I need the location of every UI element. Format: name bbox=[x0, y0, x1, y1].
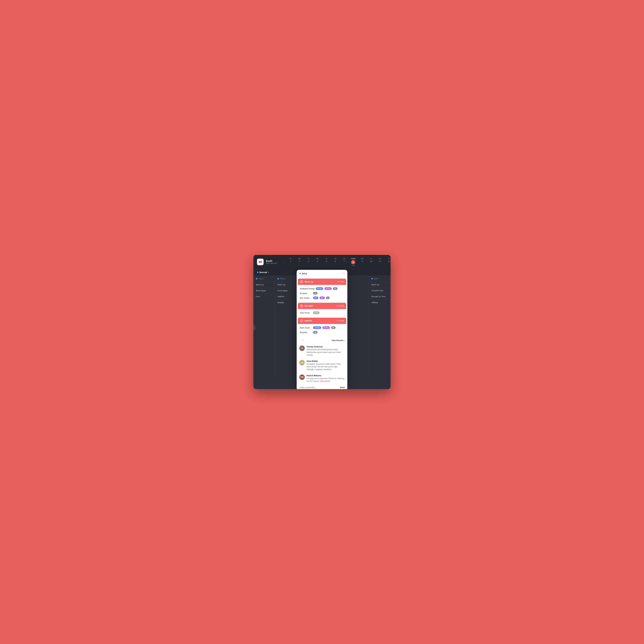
view-results-button[interactable]: View Results › bbox=[332, 339, 345, 342]
calendar-day-4[interactable]: We 4 bbox=[313, 257, 322, 267]
comment-author: Alma Riddle bbox=[306, 360, 345, 362]
comment-author: Tommy Anderson bbox=[306, 346, 345, 348]
view-mode-button[interactable]: Normal ▾ bbox=[257, 271, 269, 274]
view-mode-dot bbox=[257, 272, 258, 273]
cal-day-name: Tu bbox=[370, 258, 372, 260]
send-button[interactable]: Send bbox=[340, 386, 345, 388]
exercise-name: Kettlebell Swings bbox=[300, 288, 315, 290]
list-item: Rounds for Time bbox=[369, 294, 390, 300]
exercise-name: Box Jumps bbox=[300, 297, 312, 299]
calendar-day-10[interactable]: Tu 10 bbox=[367, 257, 376, 267]
calendar-day-3[interactable]: Tu 3 bbox=[304, 257, 313, 267]
gym-location: Salt Lake City bbox=[266, 262, 277, 264]
calendar-day-7[interactable]: Sa 7 bbox=[340, 257, 349, 267]
comment-input[interactable] bbox=[299, 386, 338, 388]
calendar-day-6[interactable]: Fr 6 bbox=[331, 257, 340, 267]
strength-title-row: ✓ Strength bbox=[300, 304, 313, 308]
comment-text: You guys are so awesome. Thanks for chee… bbox=[306, 377, 345, 383]
chevron-right-icon: › bbox=[344, 339, 345, 342]
calendar-day-5[interactable]: Th 5 bbox=[322, 257, 331, 267]
warmup-body: Kettlebell Swings 53 lbs 35 lbs 10 Burpe… bbox=[298, 285, 346, 302]
dot-sat7 bbox=[371, 278, 373, 280]
calendar-day-2[interactable]: Mo 2 bbox=[295, 257, 304, 267]
cal-day-name: Su bbox=[290, 258, 292, 260]
strength-header: ✓ Strength ⏱ 20 MIN bbox=[298, 303, 346, 309]
comment-item: AR Alma Riddle No kidding. Gonna be a wh… bbox=[299, 358, 345, 373]
svg-rect-1 bbox=[261, 261, 262, 263]
tag-count: 30 bbox=[313, 331, 318, 334]
day-column-thu3: Thu 3 Warm-up Back Squat Fran bbox=[253, 276, 275, 380]
amrap-title: AMRAP bbox=[304, 320, 312, 322]
panel-date: Fri 6 bbox=[302, 272, 307, 275]
warmup-title-row: ✓ Warm-up bbox=[300, 280, 313, 283]
day-label-thu4: Thu 4 bbox=[280, 278, 285, 280]
comment-item: PW Patrick Williams You guys are so awes… bbox=[299, 373, 345, 384]
amrap-timer: ⏱ 35 MIN bbox=[336, 320, 344, 322]
amrap-section: ✓ AMRAP ⏱ 35 MIN Back Squat 135 lbs 95 l… bbox=[298, 318, 346, 336]
day-header-thu4: Thu 4 bbox=[275, 276, 297, 282]
mention-link[interactable]: @almariddle bbox=[320, 380, 330, 382]
panel-blue-dot bbox=[299, 273, 301, 274]
strength-title: Strength bbox=[304, 305, 313, 307]
like-button[interactable]: ♡ 2 bbox=[299, 339, 303, 342]
cal-day-name: Th bbox=[388, 258, 390, 260]
cal-day-num: 7 bbox=[344, 260, 345, 263]
calendar-day-11[interactable]: We 11 bbox=[376, 257, 384, 267]
cal-day-name: Mo bbox=[298, 258, 301, 260]
cal-day-num: 8 bbox=[351, 260, 355, 264]
panel-date-row: Fri 6 bbox=[299, 272, 307, 275]
calendar-day-8[interactable]: Today 8 bbox=[349, 257, 358, 267]
day-column-thu4: Thu 4 Warm-up Front Squat AMRAP Mobility bbox=[275, 276, 297, 380]
warmup-time: 5 MIN bbox=[340, 281, 344, 283]
dot-thu4 bbox=[277, 278, 279, 280]
calendar-day-12[interactable]: Th 12 bbox=[384, 257, 391, 267]
comment-body: Alma Riddle No kidding. Gonna be a while… bbox=[306, 360, 345, 371]
tag-count: 10 bbox=[333, 287, 337, 290]
day-header-thu3: Thu 3 bbox=[253, 276, 275, 282]
calendar-nav: ‹ Su 1 Mo 2 Tu 3 We 4 Th 5 Fr 6 Sa 7 bbox=[283, 257, 391, 267]
gym-info: Boxfit Salt Lake City bbox=[266, 260, 277, 264]
list-item: Warm-up bbox=[369, 282, 390, 288]
exercise-name: Burpees bbox=[300, 331, 312, 333]
calendar-prev-button[interactable]: ‹ bbox=[283, 260, 286, 264]
tag-rx: 3×10 bbox=[313, 311, 319, 314]
comment-body: Patrick Williams You guys are so awesome… bbox=[306, 374, 345, 383]
comment-body: Tommy Anderson That workout was amazing … bbox=[306, 346, 345, 356]
cal-day-name: Mo bbox=[361, 258, 363, 260]
avatar-tommy: TA bbox=[299, 346, 305, 351]
heart-icon: ♡ bbox=[299, 339, 301, 342]
view-mode-label: Normal bbox=[259, 271, 267, 274]
exercise-row: Box Jumps 24" 20" 5 bbox=[300, 296, 344, 300]
warmup-header: ✓ Warm-up ⏱ 5 MIN bbox=[298, 279, 346, 285]
list-item: Front Squat bbox=[275, 288, 297, 294]
dot-thu3 bbox=[256, 278, 257, 280]
exercise-row: Burpees 15 bbox=[300, 291, 344, 296]
svg-rect-0 bbox=[259, 261, 260, 263]
list-item: Mobility bbox=[275, 300, 297, 305]
list-item: Warm-up bbox=[253, 282, 275, 288]
cal-day-name: Today bbox=[351, 258, 356, 260]
tag-male: 53 lbs bbox=[316, 287, 323, 290]
warmup-title: Warm-up bbox=[304, 281, 313, 283]
gym-name: Boxfit bbox=[266, 260, 277, 262]
favorite-button[interactable]: ☆ bbox=[342, 272, 345, 275]
view-results-label: View Results bbox=[332, 339, 343, 342]
calendar-day-1[interactable]: Su 1 bbox=[286, 257, 295, 267]
day-column-sat7: Sat 7 Warm-up CrossFit Total Rounds for … bbox=[369, 276, 391, 380]
exercise-name: Burpees bbox=[300, 292, 312, 294]
clock-icon: ⏱ bbox=[336, 305, 338, 307]
cal-day-num: 11 bbox=[379, 260, 381, 263]
cal-day-num: 6 bbox=[335, 260, 336, 263]
cal-day-num: 12 bbox=[388, 260, 390, 263]
tag-male: 135 lbs bbox=[313, 326, 321, 329]
comment-text: That workout was amazing and so hard. No… bbox=[306, 348, 345, 356]
list-item: AMRep bbox=[369, 300, 390, 305]
svg-rect-2 bbox=[260, 261, 261, 262]
warmup-check-icon: ✓ bbox=[300, 280, 303, 283]
cal-day-num: 10 bbox=[370, 260, 372, 263]
cal-day-num: 9 bbox=[362, 260, 363, 263]
panel-header: Fri 6 ☆ bbox=[297, 270, 347, 277]
calendar-days: Su 1 Mo 2 Tu 3 We 4 Th 5 Fr 6 Sa 7 bbox=[286, 257, 391, 267]
app-container: Boxfit Salt Lake City ‹ Su 1 Mo 2 Tu 3 W… bbox=[253, 255, 391, 389]
calendar-day-9[interactable]: Mo 9 bbox=[358, 257, 367, 267]
